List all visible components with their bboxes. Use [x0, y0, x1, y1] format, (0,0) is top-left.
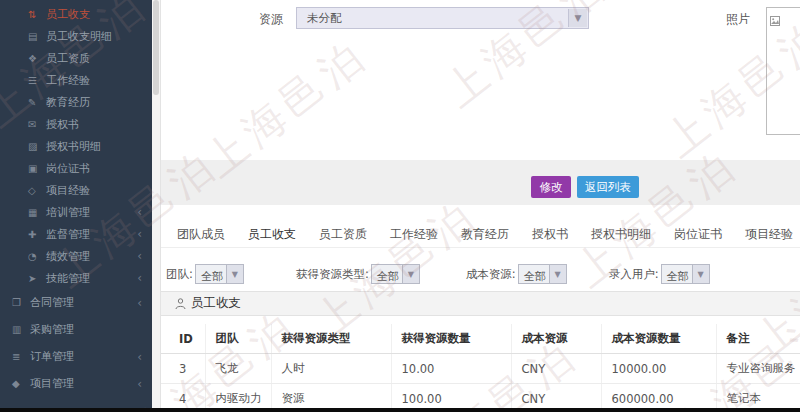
tab[interactable]: 员工资质 — [317, 219, 369, 248]
sidebar: ⇅员工收支▤员工收支明细❖员工资质☰工作经验✎教育经历✉授权书▨授权书明细▣岗位… — [0, 0, 152, 412]
resource-field-label: 资源 — [259, 11, 283, 28]
coins-icon: ⇅ — [28, 9, 46, 20]
filter-select[interactable]: 全部▼ — [518, 264, 567, 284]
sidebar-item[interactable]: ⇅员工收支 — [0, 3, 152, 25]
filter-select-value: 全部 — [662, 270, 689, 283]
filter-label: 获得资源类型: — [296, 267, 369, 282]
sidebar-item[interactable]: ▦培训管理‹ — [0, 201, 152, 223]
sidebar-item[interactable]: ▥采购管理 — [0, 316, 152, 343]
sidebar-item-label: 教育经历 — [46, 95, 90, 110]
sidebar-item[interactable]: ▣岗位证书 — [0, 157, 152, 179]
filter-select-value: 全部 — [196, 270, 223, 283]
sidebar-scrollbar-thumb[interactable] — [153, 0, 159, 95]
filter-label: 成本资源: — [466, 267, 516, 282]
table-cell: 飞龙 — [205, 354, 271, 384]
training-icon: ▦ — [28, 207, 46, 218]
tab[interactable]: 员工收支 — [246, 219, 298, 248]
main-content: 资源 未分配 ▼ 照片 修改 返回列表 团队成员员工收支员工资质工作经验教育经历… — [160, 0, 800, 412]
income-expense-table: ID团队获得资源类型获得资源数量成本资源成本资源数量备注 3飞龙人时10.00C… — [161, 324, 800, 412]
sidebar-item-label: 员工资质 — [46, 51, 90, 66]
performance-icon: ◔ — [28, 251, 46, 262]
table-column-header: 获得资源类型 — [271, 324, 391, 354]
tab[interactable]: 工作经验 — [388, 219, 440, 248]
sidebar-item[interactable]: ◆项目管理‹ — [0, 370, 152, 397]
resource-dropdown-value: 未分配 — [297, 11, 342, 26]
sidebar-item[interactable]: ✉授权书 — [0, 113, 152, 135]
authorization-detail-icon: ▨ — [28, 141, 46, 152]
table-cell: 10.00 — [391, 354, 511, 384]
sidebar-item-label: 绩效管理 — [46, 249, 90, 264]
filter-group: 获得资源类型:全部▼ — [296, 264, 420, 284]
table-column-header: ID — [161, 324, 205, 354]
project-experience-icon: ◇ — [28, 185, 46, 196]
sidebar-item[interactable]: ◔绩效管理‹ — [0, 245, 152, 267]
tab[interactable]: 岗位证书 — [672, 219, 724, 248]
table-header-row: ID团队获得资源类型获得资源数量成本资源成本资源数量备注 — [161, 324, 800, 354]
table-cell: 3 — [161, 354, 205, 384]
table-row[interactable]: 3飞龙人时10.00CNY10000.00专业咨询服务 — [161, 354, 800, 384]
chevron-down-icon: ▼ — [692, 265, 709, 283]
photo-field-label: 照片 — [726, 11, 750, 28]
sidebar-item[interactable]: ❖员工资质 — [0, 47, 152, 69]
sidebar-item-label: 监督管理 — [46, 227, 90, 242]
table-cell: 人时 — [271, 354, 391, 384]
filter-label: 录入用户: — [609, 267, 659, 282]
sidebar-item[interactable]: ▨授权书明细 — [0, 135, 152, 157]
table-column-header: 获得资源数量 — [391, 324, 511, 354]
sidebar-item[interactable]: ▤员工收支明细 — [0, 25, 152, 47]
sidebar-item[interactable]: ❐合同管理‹ — [0, 289, 152, 316]
detail-tabs: 团队成员员工收支员工资质工作经验教育经历授权书授权书明细岗位证书项目经验培训人员… — [161, 219, 800, 248]
contract-icon: ❐ — [12, 297, 30, 308]
chevron-left-icon: ‹ — [137, 377, 142, 391]
table-cell: 专业咨询服务 — [716, 354, 800, 384]
skills-icon: ➤ — [28, 273, 46, 284]
sidebar-item[interactable]: ✚监督管理‹ — [0, 223, 152, 245]
tab[interactable]: 授权书 — [530, 219, 570, 248]
chevron-down-icon: ▼ — [226, 265, 243, 283]
briefcase-icon: ☰ — [28, 75, 46, 86]
chevron-left-icon: ‹ — [137, 227, 142, 241]
person-icon — [175, 298, 186, 310]
sidebar-item[interactable]: ☰工作经验 — [0, 69, 152, 91]
sidebar-item-label: 合同管理 — [30, 295, 74, 310]
project-icon: ◆ — [12, 378, 30, 389]
section-title: 员工收支 — [191, 295, 241, 312]
filter-select-value: 全部 — [519, 270, 546, 283]
bottom-bar — [0, 408, 800, 412]
chevron-left-icon: ‹ — [137, 296, 142, 310]
sidebar-item[interactable]: ◇项目经验 — [0, 179, 152, 201]
sidebar-item-label: 员工收支 — [46, 7, 90, 22]
filter-group: 录入用户:全部▼ — [609, 264, 710, 284]
sidebar-item[interactable]: ≣订单管理‹ — [0, 343, 152, 370]
tab[interactable]: 教育经历 — [459, 219, 511, 248]
tab[interactable]: 团队成员 — [175, 219, 227, 248]
qualification-icon: ❖ — [28, 53, 46, 64]
filter-select[interactable]: 全部▼ — [195, 264, 244, 284]
tab[interactable]: 项目经验 — [743, 219, 795, 248]
sidebar-item-label: 员工收支明细 — [46, 29, 112, 44]
sidebar-item-label: 采购管理 — [30, 322, 74, 337]
app-window: ⇅员工收支▤员工收支明细❖员工资质☰工作经验✎教育经历✉授权书▨授权书明细▣岗位… — [0, 0, 800, 412]
filter-select[interactable]: 全部▼ — [371, 264, 420, 284]
sidebar-item[interactable]: ✎教育经历 — [0, 91, 152, 113]
chevron-left-icon: ‹ — [137, 249, 142, 263]
sidebar-item[interactable]: ➤技能管理‹ — [0, 267, 152, 289]
back-to-list-button[interactable]: 返回列表 — [577, 176, 639, 198]
photo-upload-box[interactable] — [766, 7, 800, 135]
chevron-left-icon: ‹ — [137, 271, 142, 285]
modify-button[interactable]: 修改 — [531, 176, 571, 198]
sidebar-item-label: 培训管理 — [46, 205, 90, 220]
filter-select[interactable]: 全部▼ — [661, 264, 710, 284]
sidebar-item-label: 岗位证书 — [46, 161, 90, 176]
sidebar-item-label: 技能管理 — [46, 271, 90, 286]
sidebar-item-label: 工作经验 — [46, 73, 90, 88]
table-column-header: 成本资源 — [511, 324, 601, 354]
sidebar-item-label: 授权书 — [46, 117, 79, 132]
certificate-icon: ▣ — [28, 163, 46, 174]
sidebar-item-label: 项目经验 — [46, 183, 90, 198]
resource-dropdown[interactable]: 未分配 ▼ — [296, 7, 589, 29]
tab[interactable]: 授权书明细 — [589, 219, 653, 248]
table-column-header: 团队 — [205, 324, 271, 354]
authorization-icon: ✉ — [28, 119, 46, 130]
sidebar-scrollbar[interactable] — [152, 0, 160, 412]
